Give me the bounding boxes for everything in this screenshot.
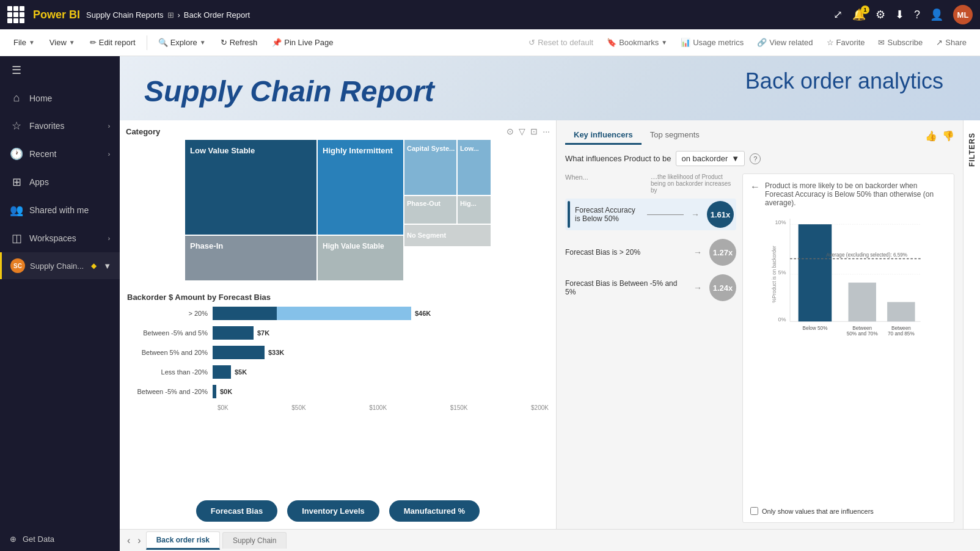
svg-text:5%: 5% [778,269,786,276]
page-tab-supply-chain[interactable]: Supply Chain [222,532,287,549]
manufactured-pct-button[interactable]: Manufactured % [389,500,480,522]
ki-thumb-down-icon[interactable]: 👎 [942,130,954,142]
svg-text:70 and 85%: 70 and 85% [888,331,915,335]
usage-metrics-label: Usage metrics [693,38,744,47]
share-button[interactable]: ↗ Share [930,35,973,49]
subscribe-label: Subscribe [887,38,923,47]
ki-help-button[interactable]: ? [750,153,761,164]
ki-checkbox[interactable]: Only show values that are influencers [750,507,946,515]
back-arrow-icon[interactable]: ← [750,181,760,192]
axis-label-1: $50K [291,404,305,411]
breadcrumb-workspace[interactable]: Supply Chain Reports [86,10,163,20]
user-avatar[interactable]: ML [953,5,973,24]
inventory-levels-button[interactable]: Inventory Levels [287,500,379,522]
barchart-title: Backorder $ Amount by Forecast Bias [127,293,549,302]
view-menu[interactable]: View ▼ [43,35,81,49]
ribbon-right: ↺ Reset to default 🔖 Bookmarks ▼ 📊 Usage… [522,35,973,49]
pin-live-page-button[interactable]: 📌 Pin Live Page [266,35,339,49]
page-tab-next[interactable]: › [135,534,143,547]
ki-chart-inner: 10% 5% 0% [750,213,946,502]
right-panel: Key influencers Top segments 👍 👎 What in… [557,120,963,529]
influencer-item-2[interactable]: Forecast Bias is > 20% → 1.27x [565,239,736,266]
influencer-badge-1: 1.61x [707,201,734,228]
bar-axis: $0K $50K $100K $150K $200K [127,404,549,411]
sidebar-item-favorites[interactable]: ☆ Favorites › [0,112,120,140]
filters-panel[interactable]: FILTERS [963,120,980,529]
explore-button[interactable]: 🔍 Explore ▼ [152,35,212,49]
treemap-expand-icon[interactable]: ⊡ [530,126,538,136]
breadcrumb-page: Back Order Report [184,10,250,20]
treemap-focus-icon[interactable]: ⊙ [506,126,514,136]
breadcrumb-sep: › [178,10,180,20]
favorite-button[interactable]: ☆ Favorite [821,35,871,49]
bookmarks-button[interactable]: 🔖 Bookmarks ▼ [601,35,673,49]
forecast-bias-button[interactable]: Forecast Bias [196,500,277,522]
edit-report-button[interactable]: ✏ Edit report [84,35,142,49]
settings-icon[interactable]: ⚙ [876,8,885,21]
influencer-item-1[interactable]: Forecast Accuracy is Below 50% → 1.61x [565,199,736,230]
sidebar-item-shared[interactable]: 👥 Shared with me [0,196,120,224]
arrow-icon-1: → [691,210,700,219]
file-menu[interactable]: File ▼ [7,35,41,49]
share-label: Share [945,38,967,47]
reset-button[interactable]: ↺ Reset to default [522,35,599,49]
treemap-filter-icon[interactable]: ▽ [519,126,525,136]
refresh-button[interactable]: ↻ Refresh [214,35,264,49]
workspace-diamond-icon: ◆ [91,261,97,270]
subscribe-button[interactable]: ✉ Subscribe [872,35,929,49]
influencer-text-2: Forecast Bias is > 20% [565,248,686,257]
page-tab-backorder-risk[interactable]: Back order risk [146,531,220,550]
action-buttons: Forecast Bias Inventory Levels Manufactu… [120,493,556,529]
account-icon[interactable]: 👤 [930,8,943,21]
pin-label: Pin Live Page [284,38,333,47]
view-related-button[interactable]: 🔗 View related [751,35,819,49]
ki-checkbox-input[interactable] [750,507,758,515]
bar-70-85[interactable] [887,302,915,321]
waffle-menu[interactable] [7,6,24,23]
ki-checkbox-label: Only show values that are influencers [762,508,874,515]
page-tab-prev[interactable]: ‹ [125,534,133,547]
favorite-label: Favorite [836,38,865,47]
expand-icon[interactable]: ⤢ [833,8,843,21]
bar-label-1: > 20% [127,310,213,317]
svg-text:%Product is on backorder: %Product is on backorder [772,246,777,303]
tab-top-segments[interactable]: Top segments [642,126,708,145]
bar-50-70[interactable] [849,283,876,322]
download-icon[interactable]: ⬇ [895,8,904,21]
content-area: Supply Chain Report Back order analytics… [120,56,980,551]
ki-thumb-up-icon[interactable]: 👍 [925,130,937,142]
treemap-icons: ⊙ ▽ ⊡ ··· [506,126,550,136]
influencer-item-3[interactable]: Forecast Bias is Between -5% and 5% → 1.… [565,274,736,301]
sidebar-item-apps[interactable]: ⊞ Apps [0,168,120,196]
edit-icon: ✏ [90,38,97,47]
treemap-title: Category [126,127,160,136]
refresh-label: Refresh [230,38,258,47]
sidebar-item-get-data[interactable]: ⊕ Get Data [0,527,120,551]
app-logo: Power BI [33,9,80,21]
sidebar-item-toggle[interactable]: ☰ [0,56,120,84]
ki-chart-desc: ← Product is more likely to be on backor… [750,181,946,207]
bar-track-1: $46K [213,307,549,320]
influencer-text-3: Forecast Bias is Between -5% and 5% [565,279,686,296]
ki-chart-area: ← Product is more likely to be on backor… [742,173,954,523]
svg-text:No Segment: No Segment [407,232,447,239]
home-icon: ⌂ [10,92,23,104]
ki-dropdown-value: on backorder [681,154,728,163]
treemap-visual[interactable]: Low Value Stable Highly Intermittent Cap… [126,140,550,280]
usage-metrics-button[interactable]: 📊 Usage metrics [675,35,750,49]
tab-key-influencers[interactable]: Key influencers [565,126,642,145]
bar-below50[interactable] [799,224,832,321]
workspace-name: Supply Chain... [30,261,84,271]
view-caret: ▼ [69,39,75,46]
star-icon: ☆ [827,38,834,47]
sidebar-item-recent[interactable]: 🕐 Recent › [0,140,120,168]
help-icon[interactable]: ? [914,9,920,21]
sidebar-item-workspaces[interactable]: ◫ Workspaces › [0,224,120,252]
notification-icon[interactable]: 🔔 1 [852,8,866,21]
sidebar-item-home[interactable]: ⌂ Home [0,84,120,112]
report-subtitle: Back order analytics [745,68,943,94]
ki-dropdown[interactable]: on backorder ▼ [676,151,745,166]
svg-text:Between: Between [852,326,872,331]
treemap-more-icon[interactable]: ··· [543,126,550,136]
sidebar-active-workspace[interactable]: SC Supply Chain... ◆ ▼ [0,252,120,279]
